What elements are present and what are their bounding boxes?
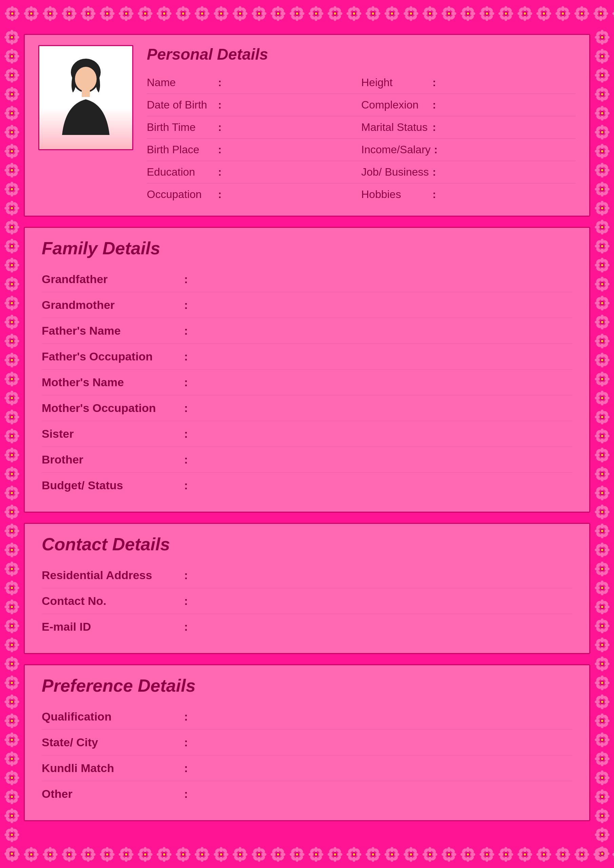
- svg-point-64: [109, 12, 115, 15]
- svg-point-1817: [561, 847, 564, 852]
- svg-point-75: [119, 12, 124, 15]
- svg-point-122: [200, 16, 204, 21]
- svg-point-759: [5, 586, 10, 590]
- field-label: Other: [42, 787, 177, 801]
- svg-point-1321: [600, 637, 604, 643]
- svg-point-1355: [601, 682, 603, 684]
- preference-details-title: Preference Details: [42, 676, 572, 696]
- svg-point-133: [219, 6, 223, 11]
- svg-point-376: [603, 12, 608, 15]
- svg-point-1263: [595, 548, 600, 552]
- flower-icon: [593, 693, 611, 711]
- svg-point-51: [81, 12, 86, 15]
- svg-point-182: [295, 16, 299, 21]
- field-row: Mother's Name :: [42, 370, 572, 395]
- flower-icon: [593, 503, 611, 521]
- svg-point-950: [600, 58, 604, 64]
- svg-point-467: [11, 112, 13, 114]
- svg-point-1093: [600, 277, 604, 282]
- svg-point-1454: [600, 856, 604, 861]
- svg-point-1384: [604, 738, 609, 741]
- svg-point-208: [337, 12, 343, 15]
- svg-point-983: [601, 93, 603, 95]
- field-row: Kundli Match :: [42, 755, 572, 781]
- flower-icon: [3, 275, 21, 293]
- svg-point-844: [14, 719, 19, 722]
- field-colon: :: [184, 710, 188, 723]
- svg-point-1563: [144, 853, 146, 856]
- svg-point-325: [523, 6, 527, 11]
- flower-icon: [478, 5, 496, 22]
- field-label: Budget/ Status: [42, 479, 177, 492]
- svg-point-363: [574, 12, 580, 15]
- svg-point-16: [33, 12, 39, 15]
- svg-point-663: [5, 434, 10, 438]
- svg-point-1127: [601, 321, 603, 323]
- svg-point-350: [561, 16, 564, 21]
- flower-icon: [593, 788, 611, 806]
- svg-point-230: [371, 16, 375, 21]
- field-colon: :: [184, 350, 188, 363]
- svg-point-589: [10, 315, 14, 320]
- svg-point-1625: [257, 847, 261, 852]
- svg-point-938: [600, 39, 604, 45]
- svg-point-170: [276, 16, 280, 21]
- svg-point-985: [600, 106, 604, 111]
- flower-icon: [593, 427, 611, 445]
- flower-icon: [593, 655, 611, 673]
- svg-point-1733: [428, 847, 432, 852]
- family-fields: Grandfather : Grandmother : Father's Nam…: [42, 267, 572, 498]
- svg-point-807: [5, 662, 10, 666]
- svg-point-947: [601, 36, 603, 38]
- flower-icon: [593, 161, 611, 179]
- svg-point-458: [10, 115, 14, 121]
- svg-point-1639: [271, 853, 276, 856]
- flower-icon: [3, 313, 21, 331]
- field-row: Contact No. :: [42, 588, 572, 614]
- field-label: Father's Occupation: [42, 350, 177, 363]
- svg-point-148: [242, 12, 248, 15]
- svg-point-374: [599, 16, 603, 21]
- svg-rect-1467: [82, 90, 90, 97]
- svg-point-1334: [600, 666, 604, 671]
- svg-point-1820: [565, 853, 570, 856]
- svg-point-1638: [276, 857, 280, 862]
- flower-icon: [136, 846, 154, 863]
- personal-left-col: Name : Date of Birth : Birth Time : Bi: [147, 71, 361, 206]
- svg-point-638: [10, 400, 14, 406]
- svg-point-1048: [604, 206, 609, 210]
- svg-point-1139: [601, 340, 603, 342]
- flower-icon: [174, 846, 192, 863]
- flower-icon: [593, 731, 611, 749]
- svg-point-431: [11, 55, 13, 57]
- svg-point-86: [143, 16, 147, 21]
- flower-icon: [3, 845, 21, 863]
- flower-icon: [3, 788, 21, 806]
- svg-point-1084: [604, 264, 609, 267]
- info-row-job: Job/ Business :: [361, 161, 576, 183]
- svg-point-1273: [600, 561, 604, 567]
- svg-point-255: [403, 12, 409, 15]
- svg-point-637: [10, 391, 14, 396]
- svg-point-231: [366, 12, 371, 15]
- svg-point-328: [527, 12, 532, 15]
- svg-point-424: [14, 54, 19, 58]
- svg-point-1565: [163, 847, 166, 852]
- personal-details-title: Personal Details: [147, 45, 576, 64]
- svg-point-1635: [258, 853, 260, 856]
- svg-point-311: [486, 12, 488, 15]
- svg-point-1463: [601, 853, 603, 855]
- svg-point-1071: [595, 245, 600, 248]
- svg-point-143: [220, 12, 222, 15]
- svg-point-265: [428, 6, 432, 11]
- svg-point-975: [595, 93, 600, 96]
- svg-point-445: [10, 87, 14, 92]
- field-label: Sister: [42, 427, 177, 440]
- svg-point-98: [163, 16, 166, 21]
- svg-point-1225: [600, 485, 604, 491]
- svg-point-1675: [327, 853, 333, 856]
- svg-point-1115: [601, 302, 603, 304]
- svg-point-1748: [451, 853, 456, 856]
- svg-point-747: [5, 567, 10, 570]
- flower-icon: [3, 427, 21, 445]
